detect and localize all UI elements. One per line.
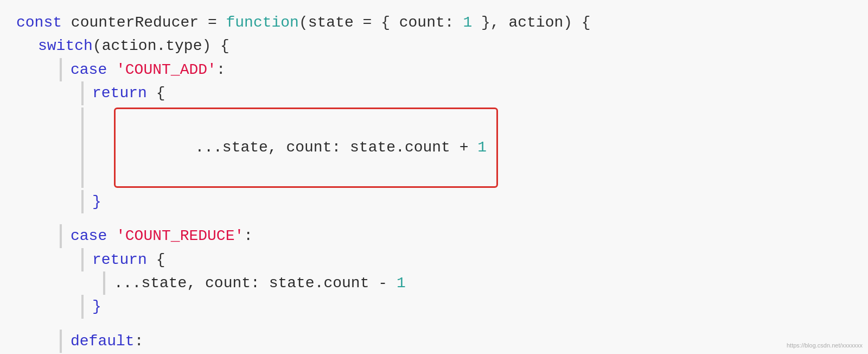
highlighted-code: ...state, count: state.count + 1	[114, 108, 498, 188]
indent-bar	[81, 108, 84, 188]
code-container: const counterReducer = function(state = …	[0, 0, 868, 354]
indent-bar	[81, 295, 84, 318]
code-block: const counterReducer = function(state = …	[16, 11, 852, 353]
indent-bar	[81, 190, 84, 213]
code-line-6: }	[16, 190, 852, 213]
indent-bar	[60, 330, 62, 353]
indent-bar	[103, 271, 105, 295]
indent-bar	[81, 81, 84, 105]
var-name: counterReducer	[71, 11, 199, 34]
code-line-10: ...state, count: state.count - 1	[16, 271, 852, 295]
code-line-11: }	[16, 295, 852, 318]
indent-bar	[60, 224, 62, 248]
code-line-13: default:	[16, 330, 852, 353]
code-line-2: switch(action.type) {	[16, 34, 852, 58]
code-line-7-empty	[16, 213, 852, 224]
code-line-5-highlighted: ...state, count: state.count + 1	[16, 108, 852, 188]
code-line-1: const counterReducer = function(state = …	[16, 11, 852, 34]
code-line-9: return {	[16, 248, 852, 271]
watermark: https://blog.csdn.net/xxxxxxx	[787, 342, 863, 349]
keyword-const: const	[16, 11, 71, 34]
code-line-4: return {	[16, 81, 852, 105]
code-line-12-empty	[16, 319, 852, 330]
code-line-3: case 'COUNT_ADD':	[16, 58, 852, 81]
keyword-function: function	[226, 11, 299, 34]
operator-assign: =	[199, 11, 226, 34]
indent-bar	[81, 248, 84, 271]
code-line-8: case 'COUNT_REDUCE':	[16, 224, 852, 248]
indent-bar	[60, 58, 62, 81]
